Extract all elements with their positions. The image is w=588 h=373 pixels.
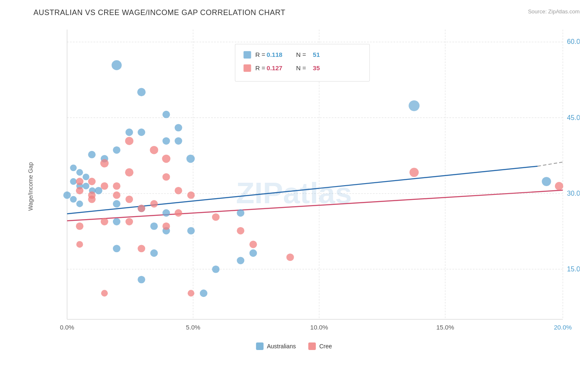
blue-dot [63, 192, 71, 199]
legend-pink-r-val: 0.127 [267, 64, 283, 72]
blue-trend-dashed [538, 162, 563, 166]
y-tick-15: 15.0% [567, 266, 580, 273]
y-tick-45: 45.0% [567, 114, 580, 121]
blue-dot [70, 164, 77, 171]
pink-dot [101, 290, 108, 296]
pink-dot [125, 137, 133, 145]
source-label: Source: ZipAtlas.com [528, 8, 580, 15]
blue-dot [162, 111, 170, 118]
blue-dot [88, 151, 96, 158]
blue-dot [83, 174, 89, 180]
legend-cree-color [308, 342, 316, 350]
x-tick-20: 20.0% [554, 324, 572, 331]
pink-dot [138, 245, 145, 252]
legend-australians-label: Australians [267, 343, 296, 350]
blue-dot [113, 218, 120, 225]
chart-title: AUSTRALIAN VS CREE WAGE/INCOME GAP CORRE… [33, 8, 580, 17]
pink-dot [88, 196, 96, 203]
pink-dot [113, 192, 120, 199]
pink-dot [237, 227, 244, 235]
pink-dot [212, 213, 220, 221]
legend-cree-label: Cree [319, 343, 332, 350]
blue-dot [162, 137, 170, 145]
blue-dot [175, 137, 182, 145]
legend-pink-n: N = [296, 64, 306, 72]
blue-dot [237, 209, 244, 217]
blue-dot [150, 249, 158, 257]
pink-dot [286, 253, 294, 261]
chart-legend: Australians Cree [256, 342, 332, 350]
blue-dot [76, 169, 83, 176]
pink-dot [76, 241, 83, 248]
pink-dot [175, 209, 182, 217]
legend-blue-r: R = [255, 51, 265, 58]
legend-box [235, 44, 369, 81]
legend-australians-color [256, 342, 263, 350]
pink-dot [188, 290, 194, 296]
legend-blue-r-val: 0.118 [267, 51, 283, 58]
blue-dot [162, 209, 170, 217]
legend-pink-r: R = [255, 64, 265, 72]
pink-dot [175, 187, 182, 194]
blue-dot [113, 245, 120, 252]
pink-dot [125, 218, 133, 225]
pink-dot [101, 218, 108, 225]
pink-dot [125, 168, 133, 176]
y-axis-label: Wage/Income Gap [27, 162, 34, 211]
pink-dot [150, 200, 158, 208]
blue-dot [70, 178, 77, 185]
pink-dot [138, 204, 145, 212]
pink-dot [249, 241, 257, 248]
pink-dot [555, 182, 563, 190]
pink-dot [187, 192, 195, 199]
blue-dot [70, 196, 77, 203]
blue-dot [112, 60, 122, 70]
blue-dot [138, 276, 145, 284]
blue-dot [409, 100, 419, 111]
legend-blue-n-val: 51 [313, 51, 320, 58]
blue-dot [83, 183, 89, 189]
blue-dot [200, 289, 207, 297]
pink-dot [101, 182, 108, 190]
blue-dot [113, 200, 120, 208]
blue-dot [95, 187, 102, 194]
blue-dot [76, 201, 83, 207]
blue-dot [237, 257, 244, 264]
legend-blue-box [243, 51, 251, 59]
scatter-chart: 60.0% 45.0% 30.0% 15.0% 0.0% 5.0% 10.0% … [33, 21, 580, 344]
legend-item-australians: Australians [256, 342, 296, 350]
pink-dot [113, 182, 120, 190]
blue-dot [212, 266, 220, 273]
pink-dot [76, 178, 83, 185]
pink-dot [409, 168, 419, 177]
pink-dot [162, 155, 170, 163]
pink-dot [150, 146, 158, 154]
x-tick-15: 15.0% [436, 324, 454, 331]
pink-dot [76, 187, 83, 194]
x-tick-0: 0.0% [60, 324, 74, 331]
blue-dot [175, 124, 182, 131]
pink-dot [100, 159, 109, 168]
pink-dot [76, 222, 83, 230]
blue-dot [150, 222, 158, 230]
blue-dot [137, 88, 146, 96]
pink-dot [162, 222, 170, 230]
blue-dot [187, 155, 195, 163]
legend-item-cree: Cree [308, 342, 332, 350]
y-tick-60: 60.0% [567, 38, 580, 46]
legend-pink-n-val: 35 [313, 64, 320, 72]
x-tick-10: 10.0% [310, 324, 328, 331]
blue-dot [542, 177, 551, 186]
blue-dot [138, 128, 145, 136]
blue-dot [125, 128, 133, 136]
blue-dot [113, 146, 120, 154]
legend-blue-n: N = [296, 51, 306, 58]
y-tick-30: 30.0% [567, 190, 580, 197]
pink-dot [162, 173, 170, 181]
blue-dot [187, 227, 195, 235]
blue-dot [249, 249, 257, 257]
pink-dot [88, 178, 96, 185]
legend-pink-box [243, 64, 251, 72]
chart-container: AUSTRALIAN VS CREE WAGE/INCOME GAP CORRE… [0, 0, 588, 373]
x-tick-5: 5.0% [186, 324, 200, 331]
